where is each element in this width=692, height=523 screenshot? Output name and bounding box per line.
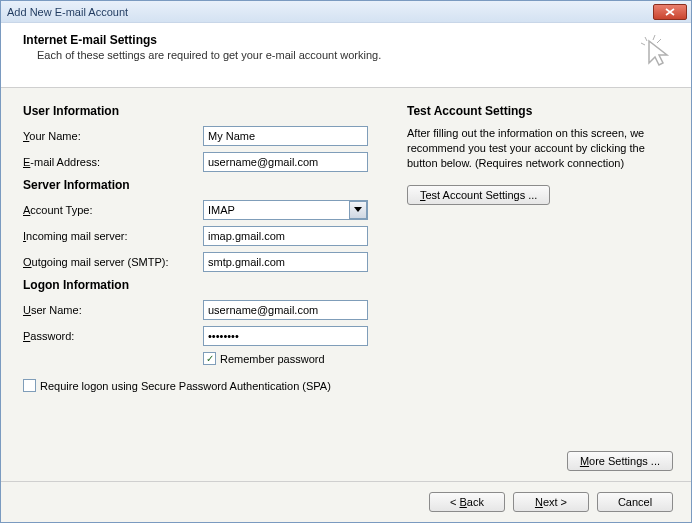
dropdown-button[interactable] [349, 201, 367, 219]
header-text: Internet E-mail Settings Each of these s… [23, 33, 635, 61]
label-your-name: Your Name: [23, 130, 203, 142]
right-column: Test Account Settings After filling out … [407, 104, 673, 471]
cancel-button[interactable]: Cancel [597, 492, 673, 512]
label-spa: Require logon using Secure Password Auth… [40, 380, 331, 392]
label-email: E-mail Address: [23, 156, 203, 168]
more-settings-button[interactable]: More Settings ... [567, 451, 673, 471]
section-user-info: User Information [23, 104, 383, 118]
titlebar: Add New E-mail Account [1, 1, 691, 23]
account-type-select[interactable] [203, 200, 368, 220]
incoming-server-input[interactable] [203, 226, 368, 246]
label-outgoing: Outgoing mail server (SMTP): [23, 256, 203, 268]
row-outgoing: Outgoing mail server (SMTP): [23, 252, 383, 272]
label-username: User Name: [23, 304, 203, 316]
remember-password-checkbox[interactable]: ✓ [203, 352, 216, 365]
label-account-type: Account Type: [23, 204, 203, 216]
row-username: User Name: [23, 300, 383, 320]
test-description: After filling out the information on thi… [407, 126, 673, 171]
section-logon-info: Logon Information [23, 278, 383, 292]
username-input[interactable] [203, 300, 368, 320]
window-title: Add New E-mail Account [7, 6, 653, 18]
row-password: Password: [23, 326, 383, 346]
left-column: User Information Your Name: E-mail Addre… [23, 104, 383, 471]
section-server-info: Server Information [23, 178, 383, 192]
row-remember: ✓ Remember password [203, 352, 383, 365]
close-button[interactable] [653, 4, 687, 20]
dialog-window: Add New E-mail Account Internet E-mail S… [0, 0, 692, 523]
label-remember: Remember password [220, 353, 325, 365]
spa-checkbox[interactable] [23, 379, 36, 392]
row-email: E-mail Address: [23, 152, 383, 172]
header-subtitle: Each of these settings are required to g… [23, 49, 635, 61]
back-button[interactable]: < Back [429, 492, 505, 512]
cursor-icon [635, 33, 675, 73]
outgoing-server-input[interactable] [203, 252, 368, 272]
account-type-value[interactable] [203, 200, 368, 220]
row-incoming: Incoming mail server: [23, 226, 383, 246]
password-input[interactable] [203, 326, 368, 346]
header: Internet E-mail Settings Each of these s… [1, 23, 691, 88]
your-name-input[interactable] [203, 126, 368, 146]
header-title: Internet E-mail Settings [23, 33, 635, 47]
section-test: Test Account Settings [407, 104, 673, 118]
test-account-button[interactable]: Test Account Settings ... [407, 185, 550, 205]
row-account-type: Account Type: [23, 200, 383, 220]
label-incoming: Incoming mail server: [23, 230, 203, 242]
content-area: User Information Your Name: E-mail Addre… [1, 88, 691, 481]
row-your-name: Your Name: [23, 126, 383, 146]
email-input[interactable] [203, 152, 368, 172]
footer: < Back Next > Cancel [1, 481, 691, 522]
row-spa: Require logon using Secure Password Auth… [23, 379, 383, 392]
chevron-down-icon [354, 207, 362, 213]
close-icon [665, 8, 675, 16]
label-password: Password: [23, 330, 203, 342]
next-button[interactable]: Next > [513, 492, 589, 512]
